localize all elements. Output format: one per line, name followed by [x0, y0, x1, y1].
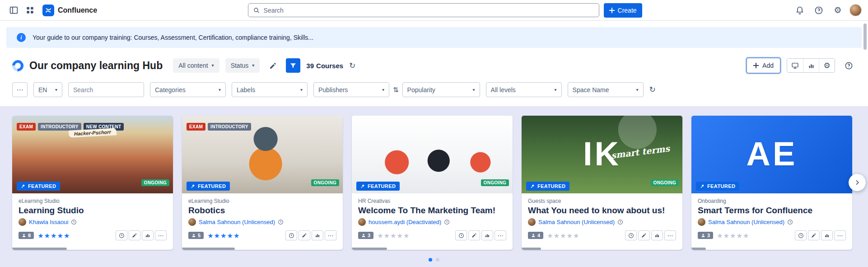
author-link[interactable]: Salma Sahnoun (Unlicensed) — [538, 219, 615, 225]
carousel-dot[interactable] — [429, 258, 432, 262]
rating-stars[interactable]: ★★★★★ — [377, 232, 409, 239]
carousel-next-button[interactable] — [849, 174, 866, 191]
history-button[interactable] — [795, 230, 807, 240]
sidebar-toggle-button[interactable] — [6, 3, 21, 18]
star-icon[interactable]: ★ — [57, 232, 63, 239]
edit-course-button[interactable] — [468, 230, 480, 240]
star-icon[interactable]: ★ — [207, 232, 213, 239]
more-options-button[interactable]: ⋯ — [12, 82, 28, 97]
notifications-button[interactable] — [793, 3, 807, 18]
page-settings-button[interactable]: ⚙ — [819, 59, 835, 72]
star-icon[interactable]: ★ — [403, 232, 409, 239]
star-icon[interactable]: ★ — [377, 232, 383, 239]
course-stats-button[interactable] — [481, 230, 493, 240]
page-help-button[interactable] — [841, 58, 856, 73]
star-icon[interactable]: ★ — [736, 232, 742, 239]
presentation-button[interactable] — [787, 59, 803, 72]
star-icon[interactable]: ★ — [384, 232, 390, 239]
star-icon[interactable]: ★ — [554, 232, 560, 239]
analytics-button[interactable] — [803, 59, 819, 72]
filter-button[interactable] — [286, 58, 300, 73]
star-icon[interactable]: ★ — [233, 232, 239, 239]
author-link[interactable]: Salma Sahnoun (Unlicensed) — [199, 219, 275, 225]
course-title[interactable]: Robotics — [188, 206, 336, 215]
space-name[interactable]: HR Creativas — [358, 198, 506, 204]
author-link[interactable]: Khawla Issaoui — [29, 219, 68, 225]
course-card[interactable]: ONGOING FEATURED HR Creativas Welcome To… — [352, 116, 513, 250]
status-filter-dropdown[interactable]: Status ▾ — [225, 58, 260, 73]
star-icon[interactable]: ★ — [37, 232, 43, 239]
course-card[interactable]: EXAMINTRODUCTORY ONGOING FEATURED eLearn… — [182, 116, 343, 250]
star-icon[interactable]: ★ — [730, 232, 736, 239]
card-more-button[interactable]: ⋯ — [664, 230, 676, 240]
carousel-dot[interactable] — [436, 258, 439, 262]
course-title[interactable]: Welcome To The Marketing Team! — [358, 206, 506, 215]
card-more-button[interactable]: ⋯ — [325, 230, 336, 240]
rating-stars[interactable]: ★★★★★ — [37, 232, 70, 239]
page-scrollbar[interactable] — [863, 23, 867, 50]
user-avatar[interactable] — [849, 4, 862, 16]
star-icon[interactable]: ★ — [390, 232, 396, 239]
header-refresh-button[interactable]: ↻ — [349, 61, 355, 70]
course-card[interactable]: EXAMINTRODUCTORYNEW CONTENT Hacker-Pscho… — [12, 116, 173, 250]
help-button[interactable] — [812, 3, 826, 18]
rating-stars[interactable]: ★★★★★ — [547, 232, 579, 239]
card-more-button[interactable]: ⋯ — [495, 230, 506, 240]
labels-select[interactable]: Labels ▾ — [232, 82, 308, 97]
content-filter-dropdown[interactable]: All content ▾ — [173, 58, 219, 73]
space-name[interactable]: eLearning Studio — [188, 198, 336, 204]
course-card[interactable]: AE FEATURED Onboarding Smart Terms for C… — [691, 116, 852, 250]
confluence-home-link[interactable]: Confluence — [42, 5, 97, 16]
space-name[interactable]: Guests space — [528, 198, 676, 204]
edit-course-button[interactable] — [638, 230, 650, 240]
course-stats-button[interactable] — [821, 230, 833, 240]
edit-button[interactable] — [266, 58, 280, 73]
star-icon[interactable]: ★ — [220, 232, 226, 239]
history-button[interactable] — [625, 230, 637, 240]
history-button[interactable] — [285, 230, 297, 240]
star-icon[interactable]: ★ — [743, 232, 749, 239]
star-icon[interactable]: ★ — [44, 232, 50, 239]
space-name[interactable]: Onboarding — [698, 198, 846, 204]
filter-search-input[interactable] — [68, 82, 144, 97]
star-icon[interactable]: ★ — [560, 232, 566, 239]
course-stats-button[interactable] — [142, 230, 154, 240]
history-button[interactable] — [116, 230, 127, 240]
create-button[interactable]: Create — [604, 3, 642, 18]
settings-button[interactable]: ⚙ — [831, 3, 845, 18]
course-card[interactable]: IK smart terms ONGOING FEATURED Guests s… — [522, 116, 682, 250]
levels-select[interactable]: All levels ▾ — [486, 82, 562, 97]
star-icon[interactable]: ★ — [573, 232, 579, 239]
edit-course-button[interactable] — [808, 230, 820, 240]
filters-refresh-button[interactable]: ↻ — [649, 85, 656, 94]
card-more-button[interactable]: ⋯ — [155, 230, 167, 240]
categories-select[interactable]: Categories ▾ — [150, 82, 226, 97]
global-search-input[interactable] — [264, 7, 594, 14]
language-select[interactable]: EN ▾ — [33, 82, 62, 97]
star-icon[interactable]: ★ — [723, 232, 729, 239]
add-button[interactable]: Add — [747, 58, 780, 73]
star-icon[interactable]: ★ — [397, 232, 402, 239]
edit-course-button[interactable] — [299, 230, 310, 240]
space-select[interactable]: Space Name ▾ — [568, 82, 644, 97]
card-more-button[interactable]: ⋯ — [834, 230, 846, 240]
star-icon[interactable]: ★ — [214, 232, 220, 239]
author-link[interactable]: houssem.aydi (Deactivated) — [369, 219, 441, 225]
sort-by-select[interactable]: Popularity ▾ — [402, 82, 480, 97]
space-name[interactable]: eLearning Studio — [19, 198, 167, 204]
edit-course-button[interactable] — [129, 230, 140, 240]
author-link[interactable]: Salma Sahnoun (Unlicensed) — [708, 219, 784, 225]
publishers-select[interactable]: Publishers ▾ — [313, 82, 389, 97]
sort-direction-button[interactable]: ⇅ — [393, 86, 399, 94]
star-icon[interactable]: ★ — [64, 232, 70, 239]
star-icon[interactable]: ★ — [227, 232, 233, 239]
course-title[interactable]: Smart Terms for Confluence — [698, 206, 846, 215]
history-button[interactable] — [455, 230, 467, 240]
star-icon[interactable]: ★ — [547, 232, 553, 239]
star-icon[interactable]: ★ — [51, 232, 56, 239]
star-icon[interactable]: ★ — [717, 232, 723, 239]
course-title[interactable]: What You need to know about us! — [528, 206, 676, 215]
app-switcher-button[interactable] — [23, 3, 37, 18]
rating-stars[interactable]: ★★★★★ — [717, 232, 749, 239]
global-search[interactable] — [248, 3, 599, 17]
